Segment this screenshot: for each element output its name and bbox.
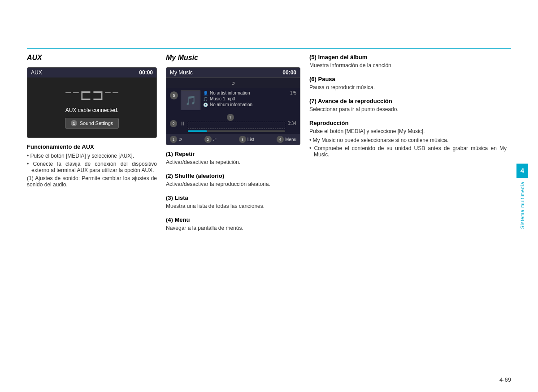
mymusic-desc-3: (3) Lista Muestra una lista de todas las… [166,194,300,209]
ctrl-shuffle-icon: ⇌ [213,137,217,142]
desc-6-body: Pausa o reproducir música. [309,84,507,90]
aux-bullet-2: Conecte la clavija de conexión del dispo… [27,161,157,173]
aux-column: AUX AUX 00:00 ⁻⁻⊏⊐⁻⁻ AUX cable connected… [27,54,166,365]
desc-7-title: (7) Avance de la reproducción [309,98,507,104]
chapter-label: Sistema multimedia [520,181,525,228]
mymusic-item-4-body: Navegar a la pantalla de menús. [166,225,300,231]
ctrl-list-label: List [247,137,255,142]
desc-repro-bullet-2: Compruebe el contenido de su unidad USB … [309,145,507,158]
page-number: 4-69 [499,376,511,383]
aux-header-time: 00:00 [139,69,153,76]
desc-reproduccion: Reproducción Pulse el botón [MEDIA] y se… [309,120,507,158]
aux-note-1: (1) Ajustes de sonido: Permite cambiar l… [27,175,157,188]
desc-7-body: Seleccionar para ir al punto deseado. [309,106,507,112]
desc-item-6: (6) Pausa Pausa o reproducir música. [309,76,507,90]
desc-item-5: (5) Imagen del álbum Muestra información… [309,54,507,69]
desc-repro-title: Reproducción [309,120,507,126]
aux-bullet-1: Pulse el botón [MEDIA] y seleccione [AUX… [27,153,157,159]
track-counter: 1/5 [290,90,296,95]
aux-cable-text: AUX cable connected. [65,107,119,113]
mymusic-header-label: My Music [170,69,193,76]
sound-settings-badge: 1 [71,120,77,126]
mymusic-item-1-body: Activar/desactivar la repetición. [166,159,300,165]
ctrl-badge-4: 4 [277,136,284,143]
desc-6-title: (6) Pausa [309,76,507,82]
mymusic-repeat-row: ↺ [166,78,300,88]
ctrl-badge-1: 1 [170,136,177,143]
time-display: 0:34 [288,121,296,126]
aux-screen-header: AUX 00:00 [27,68,156,78]
artist-icon: 👤 [203,91,208,95]
sound-settings-button[interactable]: 1 Sound Settings [65,118,119,129]
mymusic-title: My Music [166,54,300,62]
track-album: 💿 No album information [203,102,287,107]
aux-cable-icon: ⁻⁻⊏⊐⁻⁻ [65,86,119,103]
mymusic-item-1-title: (1) Repetir [166,151,300,157]
chapter-sidebar: 4 Sistema multimedia [516,164,528,228]
mymusic-item-3-body: Muestra una lista de todas las canciones… [166,203,300,209]
mymusic-item-3-title: (3) Lista [166,194,300,201]
album-icon: 💿 [203,103,208,107]
ctrl-repeat-icon: ↺ [178,137,182,142]
aux-subsection-title: Funcionamiento de AUX [27,143,157,150]
aux-screen-body: ⁻⁻⊏⊐⁻⁻ AUX cable connected. 1 Sound Sett… [27,78,156,138]
track-badge-5: 5 [170,91,178,99]
mymusic-desc-2: (2) Shuffle (aleatorio) Activar/desactiv… [166,172,300,187]
desc-5-body: Muestra información de la canción. [309,62,507,69]
desc-5-title: (5) Imagen del álbum [309,54,507,60]
music-icon: 🎵 [203,97,208,101]
mymusic-screen: My Music 00:00 ↺ 5 🎵 👤 No artist informa… [166,67,300,145]
progress-badge-7: 7 [227,114,234,121]
music-folder-icon: 🎵 [185,95,196,106]
desc-repro-body-1: Pulse el botón [MEDIA] y seleccione [My … [309,128,507,134]
aux-screen: AUX 00:00 ⁻⁻⊏⊐⁻⁻ AUX cable connected. 1 … [27,67,157,138]
track-name: 🎵 Music 1.mp3 [203,96,287,101]
mymusic-header: My Music 00:00 [166,68,300,78]
mymusic-item-4-title: (4) Menú [166,216,300,223]
ctrl-shuffle: 2 ⇌ [204,136,217,143]
progress-bar-container: 7 [188,122,285,132]
aux-title: AUX [27,54,157,62]
pause-badge: 6 [170,120,177,127]
chapter-number: 4 [516,164,528,178]
mymusic-header-time: 00:00 [282,69,296,76]
desc-repro-bullet-1: My Music no puede seleccionarse si no co… [309,137,507,143]
mymusic-desc-4: (4) Menú Navegar a la pantalla de menús. [166,216,300,231]
progress-dashed-box [188,122,285,129]
mymusic-column: My Music My Music 00:00 ↺ 5 🎵 👤 No artis… [166,54,309,365]
ctrl-menu-label: Menu [285,137,296,142]
mymusic-desc-1: (1) Repetir Activar/desactivar la repeti… [166,151,300,165]
ctrl-badge-3: 3 [239,136,246,143]
mymusic-controls: 1 ↺ 2 ⇌ 3 List 4 Menu [166,134,300,145]
ctrl-badge-2: 2 [204,136,212,143]
mymusic-item-2-title: (2) Shuffle (aleatorio) [166,172,300,179]
track-info: 👤 No artist information 🎵 Music 1.mp3 💿 … [203,90,287,108]
ctrl-list: 3 List [239,136,255,143]
progress-bar [188,130,285,132]
ctrl-repeat: 1 ↺ [170,136,182,143]
repeat-icon: ↺ [231,81,235,86]
track-artist: 👤 No artist information [203,90,287,95]
progress-fill [188,130,207,132]
desc-column: (5) Imagen del álbum Muestra información… [309,54,511,365]
desc-item-7: (7) Avance de la reproducción Selecciona… [309,98,507,112]
ctrl-menu: 4 Menu [277,136,296,143]
album-art: 🎵 [181,90,200,110]
sound-settings-label: Sound Settings [80,121,113,126]
mymusic-track-area: 5 🎵 👤 No artist information 🎵 Music 1.mp… [166,88,300,113]
aux-header-label: AUX [31,69,42,76]
pause-icon: ⏸ [180,121,185,127]
progress-area: 6 ⏸ 7 0:34 [166,113,300,134]
mymusic-item-2-body: Activar/desactivar la reproducción aleat… [166,181,300,187]
top-divider [27,48,511,49]
